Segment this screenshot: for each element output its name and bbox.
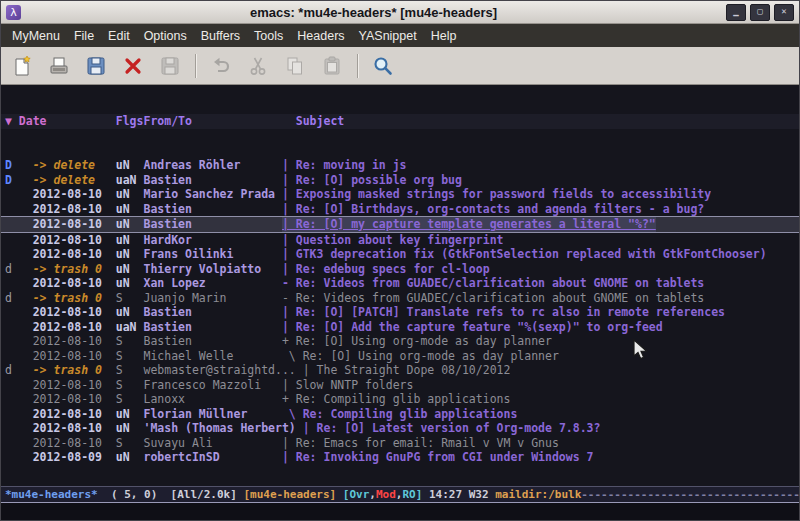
message-row[interactable]: d-> trash 0SJuanjo Marin- Re: Videos fro… [1, 291, 799, 306]
message-row[interactable]: 2012-08-10uNHardKor| Question about key … [1, 233, 799, 248]
message-row[interactable]: 2012-08-10SFrancesco Mazzoli| Slow NNTP … [1, 378, 799, 393]
flags-column: S [116, 291, 144, 306]
menu-buffers[interactable]: Buffers [194, 26, 247, 46]
message-row[interactable]: 2012-08-10SSuvayu Ali| Re: Emacs for ema… [1, 436, 799, 451]
menu-tools[interactable]: Tools [247, 26, 290, 46]
message-row[interactable]: 2012-08-10uN'Mash (Thomas Herbert) | Re:… [1, 421, 799, 436]
menu-yasnippet[interactable]: YASnippet [352, 26, 424, 46]
message-row[interactable]: D-> deleteuNAndreas Röhler| Re: moving i… [1, 158, 799, 173]
date-column: 2012-08-10 [33, 202, 116, 217]
menu-help[interactable]: Help [424, 26, 464, 46]
from-column: Mario Sanchez Prada [143, 187, 281, 202]
mark-column [5, 407, 33, 422]
message-row[interactable]: 2012-08-10SBastien+ Re: [O] Using org-mo… [1, 334, 799, 349]
mark-column [5, 349, 33, 364]
mark-column [5, 202, 33, 217]
mode-line[interactable]: *mu4e-headers* ( 5, 0) [All/2.0k] [mu4e-… [1, 486, 799, 503]
column-header-from[interactable]: From/To [143, 114, 281, 129]
flags-column: uN [116, 233, 144, 248]
menu-headers[interactable]: Headers [290, 26, 351, 46]
menu-edit[interactable]: Edit [101, 26, 137, 46]
from-column: Bastien [143, 217, 281, 232]
mark-column [5, 305, 33, 320]
search-icon[interactable] [368, 52, 398, 80]
subject-column: | Re: edebug specs for cl-loop [282, 262, 490, 277]
from-column: Bastien [143, 305, 281, 320]
mark-column [5, 450, 33, 465]
date-column: 2012-08-10 [33, 187, 116, 202]
flags-column: uN [116, 450, 144, 465]
menu-bar: MyMenuFileEditOptionsBuffersToolsHeaders… [1, 24, 799, 47]
from-column: Andreas Röhler [143, 158, 281, 173]
message-row[interactable]: 2012-08-10uaNBastien| Re: [O] Add the ca… [1, 320, 799, 335]
mark-column [5, 217, 33, 232]
subject-column: | Re: [O] [PATCH] Translate refs to rc a… [282, 305, 725, 320]
message-row[interactable]: 2012-08-10SMichael Welle \ Re: [O] Using… [1, 349, 799, 364]
modeline-segment: 14:27 [429, 488, 469, 501]
message-row[interactable]: 2012-08-10SLanoxx+ Re: Compiling glib ap… [1, 392, 799, 407]
message-list: D-> deleteuNAndreas Röhler| Re: moving i… [1, 158, 799, 465]
window-controls: ▁ ▢ ✕ [726, 4, 794, 21]
menu-mymenu[interactable]: MyMenu [5, 26, 67, 46]
message-row[interactable]: d-> trash 0Swebmaster@straightd... | The… [1, 363, 799, 378]
header-line[interactable]: ▼ DateFlgsFrom/To Subject [1, 114, 799, 129]
subject-column: | Question about key fingerprint [282, 233, 504, 248]
column-header-subject[interactable]: Subject [282, 114, 344, 129]
modeline-segment: ----------------------------------------… [581, 488, 799, 501]
menu-file[interactable]: File [67, 26, 101, 46]
mu4e-headers-buffer[interactable]: ▼ DateFlgsFrom/To Subject D-> deleteuNAn… [1, 85, 799, 486]
maximize-button[interactable]: ▢ [750, 4, 770, 21]
message-row[interactable]: d-> trash 0uNThierry Volpiatto| Re: edeb… [1, 262, 799, 277]
message-row[interactable]: 2012-08-10uNFrans Oilinki| GTK3 deprecat… [1, 247, 799, 262]
message-row[interactable]: 2012-08-10uNBastien| Re: [O] [PATCH] Tra… [1, 305, 799, 320]
date-column: 2012-08-10 [33, 349, 116, 364]
message-row[interactable]: D-> deleteuaNBastien| Re: [O] possible o… [1, 173, 799, 188]
subject-column: | Re: [O] possible org bug [282, 173, 462, 188]
date-column: 2012-08-10 [33, 378, 116, 393]
flags-column: uaN [116, 320, 144, 335]
mark-column [5, 320, 33, 335]
titlebar[interactable]: λ emacs: *mu4e-headers* [mu4e-headers] ▁… [1, 1, 799, 24]
modeline-segment: W32 [469, 488, 496, 501]
from-column: 'Mash (Thomas Herbert) [143, 421, 302, 436]
message-row[interactable]: 2012-08-09uNrobertcInSD| Re: Invoking Gn… [1, 450, 799, 465]
save-as-icon [155, 52, 185, 80]
mark-column: d [5, 262, 33, 277]
emacs-window: λ emacs: *mu4e-headers* [mu4e-headers] ▁… [0, 0, 800, 521]
new-file-icon[interactable] [7, 52, 37, 80]
column-header-flags[interactable]: Flgs [116, 114, 144, 129]
kill-buffer-icon[interactable] [118, 52, 148, 80]
save-icon[interactable] [81, 52, 111, 80]
message-row[interactable]: 2012-08-10uNXan Lopez- Re: Videos from G… [1, 276, 799, 291]
minibuffer[interactable] [1, 503, 799, 520]
message-row[interactable]: 2012-08-10uNBastien| Re: [O] Birthdays, … [1, 202, 799, 217]
mark-column [5, 392, 33, 407]
subject-column: - Re: Videos from GUADEC/clarification a… [282, 276, 704, 291]
subject-column: | Re: [O] Birthdays, org-contacts and ag… [282, 202, 704, 217]
subject-column: + Re: Compiling glib applications [282, 392, 510, 407]
mark-column: D [5, 158, 33, 173]
from-column: Bastien [143, 320, 281, 335]
flags-column: uN [116, 407, 144, 422]
minimize-button[interactable]: ▁ [726, 4, 746, 21]
flags-column: S [116, 349, 144, 364]
from-column: Lanoxx [143, 392, 281, 407]
close-button[interactable]: ✕ [774, 4, 794, 21]
message-row-current[interactable]: 2012-08-10uNBastien| Re: [O] my capture … [1, 216, 799, 233]
mark-column [5, 233, 33, 248]
modeline-segment: [mu4e-headers] [243, 488, 342, 501]
open-file-icon[interactable] [44, 52, 74, 80]
date-column: -> delete [33, 173, 116, 188]
menu-options[interactable]: Options [137, 26, 194, 46]
mark-column: d [5, 363, 33, 378]
from-column: Xan Lopez [143, 276, 281, 291]
message-row[interactable]: 2012-08-10uNMario Sanchez Prada| Exposin… [1, 187, 799, 202]
column-header-date[interactable]: ▼ Date [5, 114, 116, 129]
paste-icon [317, 52, 347, 80]
message-row[interactable]: 2012-08-10uNFlorian Müllner \ Re: Compil… [1, 407, 799, 422]
from-column: Michael Welle [143, 349, 281, 364]
flags-column: uN [116, 262, 144, 277]
date-column: -> trash 0 [33, 262, 116, 277]
modeline-segment: *mu4e-headers* [5, 488, 98, 501]
flags-column: uN [116, 305, 144, 320]
